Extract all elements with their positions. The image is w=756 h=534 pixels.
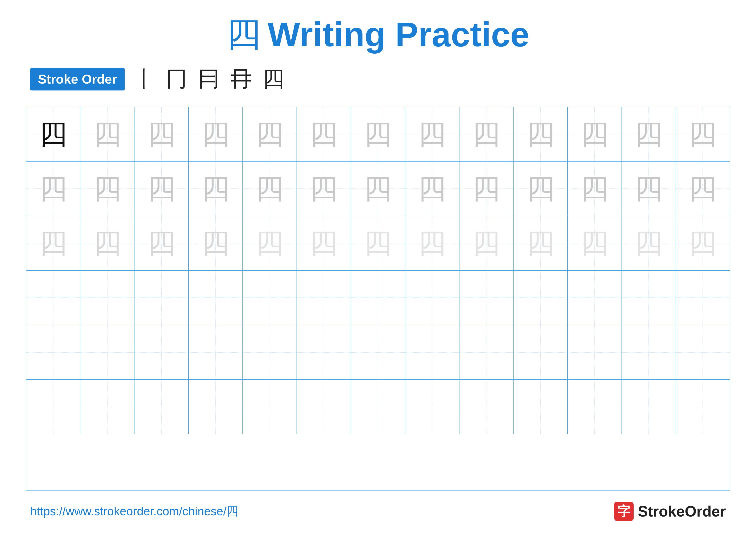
cell-character: 四: [580, 229, 608, 257]
grid-cell-3-10[interactable]: [568, 271, 622, 325]
footer: https://www.strokeorder.com/chinese/四 字 …: [26, 502, 730, 521]
grid-cell-1-9[interactable]: 四: [514, 162, 568, 216]
grid-cell-5-11[interactable]: [622, 380, 676, 434]
cell-character: 四: [526, 175, 554, 203]
grid-cell-0-5[interactable]: 四: [297, 107, 351, 161]
grid-cell-5-7[interactable]: [405, 380, 459, 434]
grid-cell-2-8[interactable]: 四: [459, 216, 514, 270]
grid-cell-0-2[interactable]: 四: [134, 107, 189, 161]
grid-row-5: [26, 380, 730, 434]
grid-cell-2-3[interactable]: 四: [189, 216, 243, 270]
grid-cell-3-8[interactable]: [459, 271, 514, 325]
grid-cell-2-7[interactable]: 四: [405, 216, 459, 270]
grid-cell-1-11[interactable]: 四: [622, 162, 676, 216]
grid-cell-4-3[interactable]: [189, 325, 243, 379]
grid-cell-5-0[interactable]: [26, 380, 80, 434]
grid-row-3: [26, 271, 730, 325]
grid-cell-1-8[interactable]: 四: [459, 162, 514, 216]
grid-cell-0-0[interactable]: 四: [26, 107, 80, 161]
grid-cell-0-3[interactable]: 四: [189, 107, 243, 161]
grid-cell-4-4[interactable]: [243, 325, 297, 379]
cell-character: 四: [202, 120, 230, 148]
grid-cell-2-0[interactable]: 四: [26, 216, 80, 270]
grid-cell-2-5[interactable]: 四: [297, 216, 351, 270]
grid-cell-1-6[interactable]: 四: [351, 162, 405, 216]
grid-cell-4-2[interactable]: [134, 325, 189, 379]
grid-cell-0-11[interactable]: 四: [622, 107, 676, 161]
grid-cell-2-2[interactable]: 四: [134, 216, 189, 270]
grid-cell-1-4[interactable]: 四: [243, 162, 297, 216]
grid-cell-3-6[interactable]: [351, 271, 405, 325]
grid-cell-0-4[interactable]: 四: [243, 107, 297, 161]
practice-grid[interactable]: 四四四四四四四四四四四四四四四四四四四四四四四四四四四四四四四四四四四四四四四: [26, 107, 730, 491]
grid-cell-2-4[interactable]: 四: [243, 216, 297, 270]
grid-cell-3-5[interactable]: [297, 271, 351, 325]
grid-cell-4-6[interactable]: [351, 325, 405, 379]
grid-cell-5-3[interactable]: [189, 380, 243, 434]
grid-cell-4-1[interactable]: [80, 325, 134, 379]
grid-cell-5-12[interactable]: [676, 380, 730, 434]
grid-cell-4-9[interactable]: [514, 325, 568, 379]
cell-character: 四: [472, 175, 500, 203]
grid-cell-1-3[interactable]: 四: [189, 162, 243, 216]
grid-cell-5-6[interactable]: [351, 380, 405, 434]
cell-character: 四: [635, 120, 663, 148]
grid-cell-3-9[interactable]: [514, 271, 568, 325]
cell-character: 四: [418, 175, 446, 203]
grid-cell-3-2[interactable]: [134, 271, 189, 325]
grid-cell-3-3[interactable]: [189, 271, 243, 325]
grid-cell-1-2[interactable]: 四: [134, 162, 189, 216]
grid-row-2: 四四四四四四四四四四四四四: [26, 216, 730, 270]
cell-character: 四: [635, 175, 663, 203]
grid-cell-1-12[interactable]: 四: [676, 162, 730, 216]
cell-character: 四: [689, 120, 717, 148]
grid-cell-0-1[interactable]: 四: [80, 107, 134, 161]
grid-cell-3-0[interactable]: [26, 271, 80, 325]
grid-cell-4-12[interactable]: [676, 325, 730, 379]
grid-row-4: [26, 325, 730, 380]
footer-url[interactable]: https://www.strokeorder.com/chinese/四: [30, 503, 238, 519]
grid-cell-2-12[interactable]: 四: [676, 216, 730, 270]
grid-cell-4-7[interactable]: [405, 325, 459, 379]
grid-cell-4-11[interactable]: [622, 325, 676, 379]
grid-cell-1-10[interactable]: 四: [568, 162, 622, 216]
grid-cell-3-11[interactable]: [622, 271, 676, 325]
grid-cell-3-12[interactable]: [676, 271, 730, 325]
grid-cell-5-9[interactable]: [514, 380, 568, 434]
grid-cell-3-7[interactable]: [405, 271, 459, 325]
grid-cell-0-9[interactable]: 四: [514, 107, 568, 161]
stroke-steps: 丨 冂 冃 冄 四: [133, 64, 284, 94]
grid-cell-0-12[interactable]: 四: [676, 107, 730, 161]
grid-cell-5-10[interactable]: [568, 380, 622, 434]
grid-cell-2-9[interactable]: 四: [514, 216, 568, 270]
grid-cell-4-0[interactable]: [26, 325, 80, 379]
grid-cell-3-1[interactable]: [80, 271, 134, 325]
grid-cell-4-10[interactable]: [568, 325, 622, 379]
grid-cell-5-1[interactable]: [80, 380, 134, 434]
grid-cell-5-5[interactable]: [297, 380, 351, 434]
grid-cell-2-11[interactable]: 四: [622, 216, 676, 270]
grid-cell-1-1[interactable]: 四: [80, 162, 134, 216]
cell-character: 四: [580, 120, 608, 148]
page: 四 Writing Practice Stroke Order 丨 冂 冃 冄 …: [0, 0, 756, 534]
grid-cell-2-6[interactable]: 四: [351, 216, 405, 270]
grid-cell-2-1[interactable]: 四: [80, 216, 134, 270]
grid-cell-0-10[interactable]: 四: [568, 107, 622, 161]
grid-cell-1-7[interactable]: 四: [405, 162, 459, 216]
stroke-order-row: Stroke Order 丨 冂 冃 冄 四: [26, 64, 730, 94]
grid-cell-4-8[interactable]: [459, 325, 514, 379]
grid-cell-2-10[interactable]: 四: [568, 216, 622, 270]
grid-cell-5-4[interactable]: [243, 380, 297, 434]
grid-cell-1-5[interactable]: 四: [297, 162, 351, 216]
grid-cell-0-8[interactable]: 四: [459, 107, 514, 161]
grid-cell-0-7[interactable]: 四: [405, 107, 459, 161]
cell-character: 四: [93, 229, 121, 257]
grid-cell-4-5[interactable]: [297, 325, 351, 379]
grid-cell-5-8[interactable]: [459, 380, 514, 434]
grid-cell-5-2[interactable]: [134, 380, 189, 434]
cell-character: 四: [256, 175, 284, 203]
grid-cell-3-4[interactable]: [243, 271, 297, 325]
grid-cell-0-6[interactable]: 四: [351, 107, 405, 161]
grid-cell-1-0[interactable]: 四: [26, 162, 80, 216]
cell-character: 四: [310, 120, 338, 148]
